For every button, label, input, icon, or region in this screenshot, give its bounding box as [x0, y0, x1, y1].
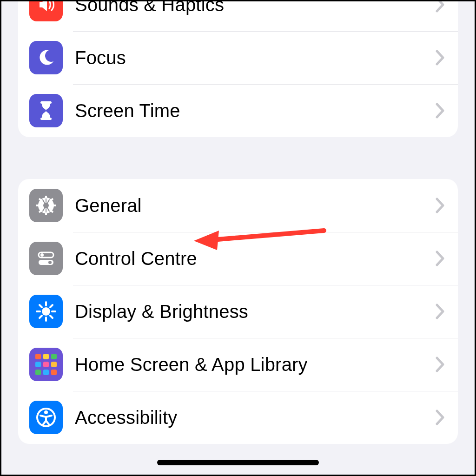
svg-point-16	[40, 253, 44, 257]
svg-rect-0	[40, 101, 52, 104]
svg-rect-8	[45, 212, 47, 215]
settings-row-focus[interactable]: Focus	[18, 31, 458, 84]
settings-row-home-screen[interactable]: Home Screen & App Library	[18, 338, 458, 391]
chevron-right-icon	[436, 251, 445, 266]
settings-row-screen-time[interactable]: Screen Time	[18, 84, 458, 137]
accessibility-icon	[29, 401, 63, 434]
chevron-right-icon	[436, 0, 445, 13]
chevron-right-icon	[436, 198, 445, 213]
group-separator	[18, 137, 458, 179]
chevron-right-icon	[436, 304, 445, 319]
svg-rect-12	[36, 205, 39, 206]
svg-line-25	[50, 316, 53, 318]
app-grid-icon	[29, 348, 63, 381]
svg-line-27	[40, 316, 42, 318]
sun-icon	[29, 295, 63, 328]
row-label: Screen Time	[75, 100, 436, 121]
chevron-right-icon	[436, 50, 445, 66]
hourglass-icon	[29, 94, 63, 127]
settings-row-control-centre[interactable]: Control Centre	[18, 232, 458, 285]
moon-icon	[29, 41, 63, 74]
row-label: Sounds & Haptics	[75, 0, 436, 15]
svg-rect-11	[53, 205, 56, 206]
chevron-right-icon	[436, 357, 445, 372]
svg-point-19	[42, 307, 50, 316]
chevron-right-icon	[436, 103, 445, 119]
svg-rect-7	[45, 196, 47, 198]
row-label: Control Centre	[75, 248, 436, 269]
settings-group-2: General Control Centre	[18, 179, 458, 444]
settings-screen: Sounds & Haptics Focus	[0, 0, 476, 476]
row-label: Focus	[75, 47, 436, 68]
home-indicator[interactable]	[157, 460, 319, 465]
settings-row-sounds-haptics[interactable]: Sounds & Haptics	[18, 0, 458, 31]
svg-line-26	[50, 305, 53, 307]
row-label: Accessibility	[75, 407, 436, 428]
svg-line-24	[40, 305, 42, 307]
speaker-icon	[29, 0, 63, 21]
settings-row-display-brightness[interactable]: Display & Brightness	[18, 285, 458, 338]
svg-point-29	[44, 410, 48, 414]
chevron-right-icon	[436, 410, 445, 425]
settings-row-accessibility[interactable]: Accessibility	[18, 391, 458, 444]
row-label: Display & Brightness	[75, 301, 436, 322]
gear-icon	[29, 189, 63, 222]
toggles-icon	[29, 242, 63, 275]
row-label: General	[75, 195, 436, 216]
settings-scroll-view[interactable]: Sounds & Haptics Focus	[18, 0, 458, 470]
svg-point-18	[48, 261, 52, 264]
settings-row-general[interactable]: General	[18, 179, 458, 232]
svg-rect-1	[40, 118, 52, 120]
settings-group-1: Sounds & Haptics Focus	[18, 0, 458, 137]
row-label: Home Screen & App Library	[75, 354, 436, 375]
